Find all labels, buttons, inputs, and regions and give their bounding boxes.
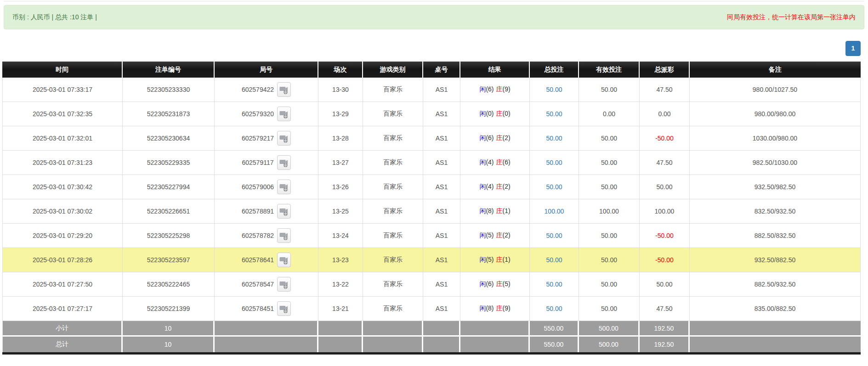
total-bet-link[interactable]: 50.00 bbox=[546, 256, 562, 264]
video-replay-button[interactable] bbox=[277, 155, 291, 170]
session-cell: 13-28 bbox=[318, 126, 363, 151]
valid-bet-cell: 50.00 bbox=[579, 151, 640, 175]
col-total-bet: 总投注 bbox=[530, 62, 579, 78]
col-bet-id: 注单编号 bbox=[123, 62, 215, 78]
table-row: 2025-03-01 07:32:01 522305230634 6025792… bbox=[2, 126, 861, 151]
video-replay-icon bbox=[278, 280, 290, 290]
time-cell: 2025-03-01 07:30:42 bbox=[2, 175, 123, 199]
session-cell: 13-27 bbox=[318, 151, 363, 175]
round-number: 602578891 bbox=[242, 208, 274, 215]
video-replay-button[interactable] bbox=[277, 107, 291, 121]
total-bet-link[interactable]: 50.00 bbox=[546, 135, 562, 142]
time-cell: 2025-03-01 07:32:01 bbox=[2, 126, 123, 151]
result-cell: 闲(4)庄(6) bbox=[460, 151, 530, 175]
payout-cell: 47.50 bbox=[640, 297, 690, 321]
subtotal-total-bet: 550.00 bbox=[530, 321, 579, 337]
session-cell: 13-26 bbox=[318, 175, 363, 199]
banker-score: (2) bbox=[503, 231, 511, 239]
total-bet-cell: 50.00 bbox=[530, 297, 579, 321]
empty-cell bbox=[318, 321, 363, 337]
round-cell: 602578891 bbox=[215, 199, 318, 224]
video-replay-button[interactable] bbox=[277, 131, 291, 146]
remark-cell: 982.50/1030.00 bbox=[690, 151, 861, 175]
time-cell: 2025-03-01 07:27:17 bbox=[2, 297, 123, 321]
session-cell: 13-22 bbox=[318, 272, 363, 297]
total-bet-cell: 50.00 bbox=[530, 248, 579, 272]
video-replay-icon bbox=[278, 255, 290, 265]
round-number: 602579422 bbox=[242, 86, 274, 93]
col-round-id: 局号 bbox=[215, 62, 318, 78]
video-replay-icon bbox=[278, 85, 290, 95]
valid-bet-cell: 100.00 bbox=[579, 199, 640, 224]
table-no-cell: AS1 bbox=[423, 224, 460, 248]
col-result: 结果 bbox=[460, 62, 530, 78]
round-cell: 602578451 bbox=[215, 297, 318, 321]
payout-cell: 47.50 bbox=[640, 151, 690, 175]
total-bet-link[interactable]: 50.00 bbox=[546, 110, 562, 118]
valid-bet-cell: 50.00 bbox=[579, 224, 640, 248]
subtotal-row: 小计 10 550.00 500.00 192.50 bbox=[2, 321, 861, 337]
payout-cell: 100.00 bbox=[640, 199, 690, 224]
total-bet-link[interactable]: 50.00 bbox=[546, 183, 562, 191]
total-label: 总计 bbox=[2, 337, 123, 352]
bet-id-cell: 522305227994 bbox=[123, 175, 215, 199]
video-replay-button[interactable] bbox=[277, 204, 291, 219]
video-replay-button[interactable] bbox=[277, 253, 291, 267]
table-row: 2025-03-01 07:27:50 522305222465 6025785… bbox=[2, 272, 861, 297]
table-row: 2025-03-01 07:32:35 522305231873 6025793… bbox=[2, 102, 861, 126]
video-replay-icon bbox=[278, 207, 290, 217]
total-valid-bet: 500.00 bbox=[579, 337, 640, 352]
player-result: 闲 bbox=[479, 134, 486, 141]
round-cell: 602579217 bbox=[215, 126, 318, 151]
bet-id-cell: 522305221399 bbox=[123, 297, 215, 321]
result-cell: 闲(8)庄(1) bbox=[460, 199, 530, 224]
total-bet-link[interactable]: 50.00 bbox=[546, 232, 562, 239]
round-number: 602578451 bbox=[242, 305, 274, 312]
table-no-cell: AS1 bbox=[423, 297, 460, 321]
banker-result: 庄 bbox=[496, 85, 503, 93]
video-replay-button[interactable] bbox=[277, 277, 291, 292]
player-score: (5) bbox=[486, 231, 494, 239]
total-bet-cell: 50.00 bbox=[530, 272, 579, 297]
total-bet-cell: 50.00 bbox=[530, 151, 579, 175]
banker-score: (1) bbox=[503, 207, 511, 214]
total-bet-link[interactable]: 100.00 bbox=[545, 208, 564, 215]
game-type-cell: 百家乐 bbox=[363, 199, 423, 224]
video-replay-icon bbox=[278, 158, 290, 168]
page-1-button[interactable]: 1 bbox=[845, 41, 861, 56]
payout-cell: -50.00 bbox=[640, 224, 690, 248]
player-result: 闲 bbox=[479, 231, 486, 239]
remark-cell: 882.50/832.50 bbox=[690, 224, 861, 248]
total-bet-link[interactable]: 50.00 bbox=[546, 86, 562, 93]
remark-cell: 882.50/932.50 bbox=[690, 272, 861, 297]
bet-records-table: 时间 注单编号 局号 场次 游戏类别 桌号 结果 总投注 有效投注 总派彩 备注… bbox=[2, 62, 861, 352]
round-cell: 602578782 bbox=[215, 224, 318, 248]
subtotal-count: 10 bbox=[123, 321, 215, 337]
banker-result: 庄 bbox=[496, 256, 503, 263]
round-cell: 602578547 bbox=[215, 272, 318, 297]
banker-result: 庄 bbox=[496, 207, 503, 214]
video-replay-button[interactable] bbox=[277, 228, 291, 243]
table-no-cell: AS1 bbox=[423, 248, 460, 272]
game-type-cell: 百家乐 bbox=[363, 175, 423, 199]
table-row-highlighted: 2025-03-01 07:28:26 522305223597 6025786… bbox=[2, 248, 861, 272]
bet-id-cell: 522305231873 bbox=[123, 102, 215, 126]
time-cell: 2025-03-01 07:30:02 bbox=[2, 199, 123, 224]
round-number: 602579006 bbox=[242, 183, 274, 191]
video-replay-button[interactable] bbox=[277, 82, 291, 97]
total-bet-link[interactable]: 50.00 bbox=[546, 305, 562, 312]
pagination: 1 bbox=[0, 41, 861, 56]
valid-bet-cell: 0.00 bbox=[579, 102, 640, 126]
total-bet-link[interactable]: 50.00 bbox=[546, 281, 562, 288]
banker-score: (9) bbox=[503, 85, 511, 93]
video-replay-button[interactable] bbox=[277, 180, 291, 194]
banker-result: 庄 bbox=[496, 110, 503, 117]
table-header: 时间 注单编号 局号 场次 游戏类别 桌号 结果 总投注 有效投注 总派彩 备注 bbox=[2, 62, 861, 78]
round-number: 602579217 bbox=[242, 135, 274, 142]
video-replay-button[interactable] bbox=[277, 301, 291, 316]
bet-id-cell: 522305229335 bbox=[123, 151, 215, 175]
empty-cell bbox=[363, 321, 423, 337]
payout-cell: -50.00 bbox=[640, 126, 690, 151]
game-type-cell: 百家乐 bbox=[363, 272, 423, 297]
total-bet-link[interactable]: 50.00 bbox=[546, 159, 562, 166]
